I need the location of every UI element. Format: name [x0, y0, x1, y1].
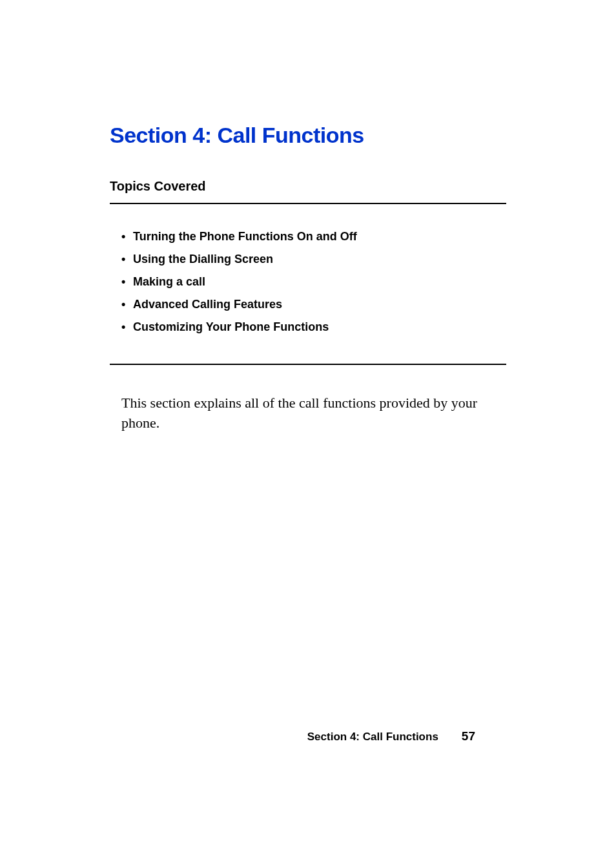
topics-list: Turning the Phone Functions On and Off U… — [110, 230, 506, 334]
body-paragraph: This section explains all of the call fu… — [110, 393, 506, 433]
list-item: Making a call — [121, 275, 506, 289]
section-title: Section 4: Call Functions — [110, 123, 506, 148]
page-footer: Section 4: Call Functions 57 — [307, 729, 475, 743]
list-item: Advanced Calling Features — [121, 298, 506, 311]
divider-bottom — [110, 364, 506, 365]
list-item: Using the Dialling Screen — [121, 253, 506, 266]
footer-page-number: 57 — [462, 729, 475, 743]
list-item: Customizing Your Phone Functions — [121, 320, 506, 334]
footer-section-label: Section 4: Call Functions — [307, 731, 438, 743]
divider-top — [110, 203, 506, 204]
topics-heading: Topics Covered — [110, 179, 506, 194]
list-item: Turning the Phone Functions On and Off — [121, 230, 506, 244]
page-content: Section 4: Call Functions Topics Covered… — [0, 0, 616, 433]
